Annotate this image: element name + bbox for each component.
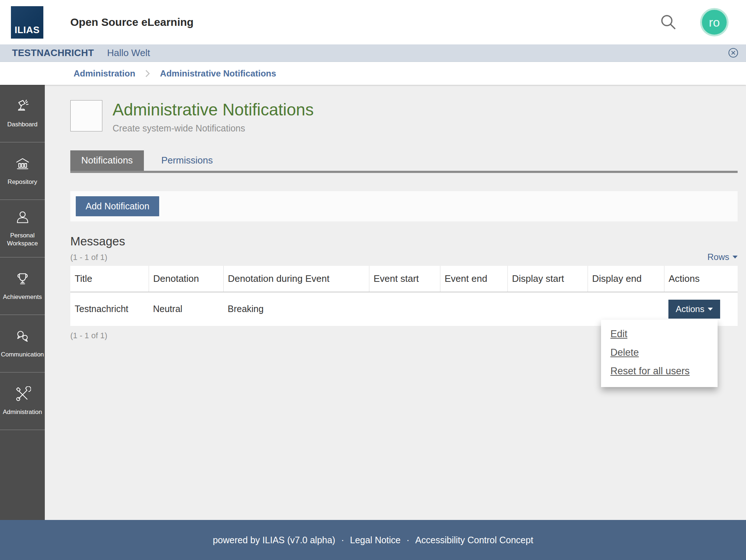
table-meta-row: (1 - 1 of 1) Rows (70, 252, 738, 262)
cell-title: Testnachricht (70, 292, 149, 326)
sidebar-item-dashboard[interactable]: Dashboard (0, 85, 45, 142)
footer-separator: · (341, 535, 344, 545)
speech-bubbles-icon (14, 329, 31, 347)
page-footer: powered by ILIAS (v7.0 alpha) · Legal No… (0, 520, 746, 560)
caret-down-icon (733, 256, 738, 259)
sidebar-item-administration[interactable]: Administration (0, 372, 45, 430)
column-header-denotation-during-event: Denotation during Event (223, 266, 369, 292)
messages-table: Title Denotation Denotation during Event… (70, 266, 738, 326)
messages-heading: Messages (70, 234, 738, 248)
cell-event-start (369, 292, 440, 326)
ilias-logo-text: ILIAS (15, 24, 40, 36)
sidebar-item-communication[interactable]: Communication (0, 315, 45, 372)
person-icon (14, 210, 31, 228)
column-header-title: Title (70, 266, 149, 292)
rows-dropdown[interactable]: Rows (707, 252, 738, 262)
sidebar-item-label: Personal Workspace (1, 232, 43, 247)
add-notification-button[interactable]: Add Notification (76, 196, 159, 216)
trophy-icon (14, 271, 31, 289)
tab-bar: Notifications Permissions (70, 150, 738, 173)
cell-denotation-during-event: Breaking (223, 292, 369, 326)
breadcrumb-administrative-notifications[interactable]: Administrative Notifications (160, 68, 276, 79)
notification-title: TESTNACHRICHT (12, 47, 94, 59)
page-header-title: Open Source eLearning (70, 16, 193, 28)
result-count-top: (1 - 1 of 1) (70, 253, 107, 262)
close-icon (728, 54, 738, 59)
sidebar-item-label: Repository (8, 178, 37, 186)
menu-item-delete[interactable]: Delete (601, 343, 718, 362)
tab-notifications[interactable]: Notifications (70, 150, 144, 171)
column-header-event-end: Event end (440, 266, 507, 292)
footer-link-legal-notice[interactable]: Legal Notice (350, 535, 401, 545)
cell-display-start (507, 292, 588, 326)
cell-actions: Actions Edit Delete Reset for all users (664, 292, 738, 326)
tools-icon (14, 386, 31, 405)
sidebar-item-label: Dashboard (7, 121, 38, 128)
notification-close-button[interactable] (728, 48, 739, 59)
body-row: Dashboard Repository Pers (0, 85, 746, 520)
column-header-event-start: Event start (369, 266, 440, 292)
footer-separator: · (407, 535, 409, 545)
tab-underline (70, 171, 738, 173)
page-title: Administrative Notifications (113, 100, 314, 119)
toolbar: Add Notification (70, 191, 738, 221)
dashboard-lamp-icon (14, 99, 31, 117)
breadcrumb-administration[interactable]: Administration (74, 68, 135, 79)
menu-item-reset-for-all-users[interactable]: Reset for all users (601, 362, 718, 380)
caret-down-icon (708, 308, 713, 311)
sidebar-item-label: Communication (1, 351, 44, 358)
page-subtitle: Create system-wide Notifications (113, 123, 314, 134)
table-row: Testnachricht Neutral Breaking Actions (70, 292, 738, 326)
actions-dropdown-menu: Edit Delete Reset for all users (601, 320, 718, 387)
repository-bank-icon (14, 156, 31, 174)
cell-event-end (440, 292, 507, 326)
sidebar-item-label: Achievements (3, 293, 42, 301)
search-icon (659, 26, 677, 32)
notification-message: Hallo Welt (107, 47, 150, 59)
main-sidebar: Dashboard Repository Pers (0, 85, 45, 520)
avatar[interactable]: ro (700, 8, 729, 36)
column-header-actions: Actions (664, 266, 738, 292)
sidebar-item-personal-workspace[interactable]: Personal Workspace (0, 200, 45, 257)
rows-dropdown-label: Rows (707, 252, 729, 262)
sidebar-item-repository[interactable]: Repository (0, 142, 45, 200)
main-content: Administrative Notifications Create syst… (45, 85, 746, 520)
search-button[interactable] (659, 13, 678, 32)
footer-powered-by: powered by ILIAS (v7.0 alpha) (213, 535, 335, 545)
column-header-display-start: Display start (507, 266, 588, 292)
chevron-right-icon (145, 69, 150, 78)
sidebar-item-achievements[interactable]: Achievements (0, 257, 45, 315)
system-notification-bar: TESTNACHRICHT Hallo Welt (0, 44, 746, 62)
column-header-denotation: Denotation (149, 266, 223, 292)
table-header-row: Title Denotation Denotation during Event… (70, 266, 738, 292)
object-icon-placeholder (70, 100, 102, 131)
row-actions-button[interactable]: Actions (668, 300, 720, 319)
breadcrumb: Administration Administrative Notificati… (0, 62, 746, 85)
column-header-display-end: Display end (588, 266, 664, 292)
footer-link-accessibility[interactable]: Accessibility Control Concept (415, 535, 533, 545)
cell-denotation: Neutral (149, 292, 223, 326)
menu-item-edit[interactable]: Edit (601, 325, 718, 343)
sidebar-item-label: Administration (3, 408, 42, 416)
ilias-logo[interactable]: ILIAS (11, 6, 43, 39)
avatar-initials: ro (709, 15, 720, 29)
row-actions-label: Actions (676, 304, 704, 314)
page-title-block: Administrative Notifications Create syst… (70, 100, 738, 134)
top-header: ILIAS Open Source eLearning ro (0, 0, 746, 44)
tab-permissions[interactable]: Permissions (150, 150, 224, 171)
